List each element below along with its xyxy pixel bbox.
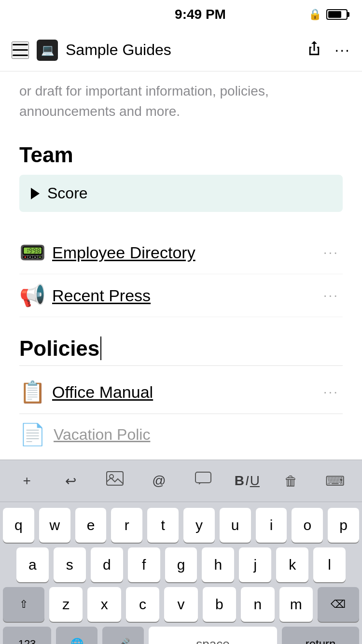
key-f[interactable]: f <box>128 547 160 582</box>
keyboard: q w e r t y u i o p a s d f g h j k l ⇧ … <box>0 502 362 644</box>
team-section: Team Score <box>19 131 343 212</box>
recent-press-icon: 📢 <box>19 283 44 308</box>
key-l[interactable]: l <box>313 547 346 582</box>
shift-key[interactable]: ⇧ <box>3 587 44 622</box>
keyboard-row-4: 123 🌐 🎤 space return <box>3 627 359 644</box>
key-q[interactable]: q <box>3 508 34 543</box>
key-y[interactable]: y <box>183 508 215 543</box>
status-time: 9:49 PM <box>53 7 348 22</box>
image-icon <box>106 471 124 490</box>
doc-item-recent-press: 📢 Recent Press ··· <box>19 274 343 317</box>
toolbar-keyboard-button[interactable]: ⌨ <box>321 467 348 494</box>
nav-right: ··· <box>306 40 350 61</box>
keyboard-row-1: q w e r t y u i o p <box>3 508 359 543</box>
expand-icon <box>31 188 40 199</box>
key-a[interactable]: a <box>16 547 49 582</box>
key-z[interactable]: z <box>49 587 83 622</box>
toolbar-plus-button[interactable]: + <box>14 467 41 494</box>
toolbar-comment-button[interactable] <box>190 467 217 494</box>
more-dots-icon: ··· <box>323 245 339 260</box>
space-key[interactable]: space <box>149 627 277 644</box>
key-c[interactable]: c <box>126 587 159 622</box>
key-k[interactable]: k <box>276 547 308 582</box>
team-doc-list: 📟 Employee Directory ··· 📢 Recent Press … <box>19 226 343 322</box>
key-n[interactable]: n <box>241 587 274 622</box>
biu-group: B I U <box>235 473 260 489</box>
hamburger-menu-button[interactable] <box>12 42 29 59</box>
recent-press-link[interactable]: Recent Press <box>52 286 151 305</box>
at-icon: @ <box>152 473 166 489</box>
score-label: Score <box>47 184 88 202</box>
employee-directory-more-button[interactable]: ··· <box>320 241 343 264</box>
doc-item-employee-directory: 📟 Employee Directory ··· <box>19 231 343 274</box>
trash-icon: 🗑 <box>284 473 298 489</box>
microphone-key[interactable]: 🎤 <box>102 627 144 644</box>
status-bar: 9:49 PM 🔒 <box>0 0 362 29</box>
office-manual-more-button[interactable]: ··· <box>320 380 343 404</box>
employee-directory-link[interactable]: Employee Directory <box>52 243 195 262</box>
plus-icon: + <box>23 473 30 489</box>
editor-toolbar: + ↩ @ B I U 🗑 ⌨ <box>0 460 362 502</box>
doc-item-office-manual: 📋 Office Manual ··· <box>19 371 343 414</box>
policies-heading: Policies​ <box>19 322 343 366</box>
more-dots-icon: ··· <box>323 288 339 303</box>
office-manual-link[interactable]: Office Manual <box>52 383 153 402</box>
vacation-policy-partial: 📄 Vacation Polic <box>19 414 343 455</box>
battery-icon <box>326 9 348 20</box>
key-j[interactable]: j <box>239 547 271 582</box>
toolbar-at-button[interactable]: @ <box>145 467 172 494</box>
toolbar-format-button[interactable]: ↩ <box>57 467 84 494</box>
key-o[interactable]: o <box>292 508 323 543</box>
comment-icon <box>195 472 211 490</box>
intro-text: or draft for important information, poli… <box>19 71 343 131</box>
app-icon: 💻 <box>37 40 58 61</box>
key-w[interactable]: w <box>39 508 70 543</box>
svg-rect-2 <box>195 472 211 483</box>
content-area: or draft for important information, poli… <box>0 71 362 460</box>
key-e[interactable]: e <box>75 508 107 543</box>
key-u[interactable]: u <box>220 508 251 543</box>
toolbar-image-button[interactable] <box>101 467 128 494</box>
nav-left: 💻 Sample Guides <box>12 40 171 61</box>
key-r[interactable]: r <box>111 508 142 543</box>
key-p[interactable]: p <box>328 508 359 543</box>
key-m[interactable]: m <box>279 587 313 622</box>
svg-rect-0 <box>107 472 123 485</box>
keyboard-icon: ⌨ <box>325 473 345 489</box>
toolbar-delete-button[interactable]: 🗑 <box>278 467 305 494</box>
globe-key[interactable]: 🌐 <box>56 627 97 644</box>
policies-section: Policies​ 📋 Office Manual ··· 📄 Vacation… <box>19 322 343 460</box>
status-icons: 🔒 <box>308 8 348 21</box>
team-heading: Team <box>19 131 343 175</box>
nav-title: Sample Guides <box>66 41 171 59</box>
key-t[interactable]: t <box>147 508 179 543</box>
office-manual-icon: 📋 <box>19 379 44 405</box>
key-x[interactable]: x <box>87 587 121 622</box>
share-button[interactable] <box>306 40 323 61</box>
key-s[interactable]: s <box>54 547 86 582</box>
key-d[interactable]: d <box>91 547 123 582</box>
score-row[interactable]: Score <box>19 175 343 212</box>
toolbar-bold-button[interactable]: B I U <box>234 467 261 494</box>
more-dots-icon: ··· <box>323 384 339 399</box>
backspace-key[interactable]: ⌫ <box>318 587 359 622</box>
return-key[interactable]: return <box>282 627 359 644</box>
employee-directory-icon: 📟 <box>19 240 44 265</box>
keyboard-row-2: a s d f g h j k l <box>3 547 359 582</box>
rotate-icon: ↩ <box>65 473 76 489</box>
key-g[interactable]: g <box>165 547 197 582</box>
recent-press-more-button[interactable]: ··· <box>320 284 343 307</box>
keyboard-row-3: ⇧ z x c v b n m ⌫ <box>3 587 359 622</box>
policies-doc-list: 📋 Office Manual ··· 📄 Vacation Polic <box>19 366 343 460</box>
more-options-button[interactable]: ··· <box>334 41 350 59</box>
nav-bar: 💻 Sample Guides ··· <box>0 29 362 71</box>
key-h[interactable]: h <box>202 547 234 582</box>
lock-icon: 🔒 <box>308 8 321 21</box>
key-b[interactable]: b <box>203 587 236 622</box>
key-v[interactable]: v <box>164 587 197 622</box>
numbers-key[interactable]: 123 <box>3 627 51 644</box>
key-i[interactable]: i <box>256 508 287 543</box>
